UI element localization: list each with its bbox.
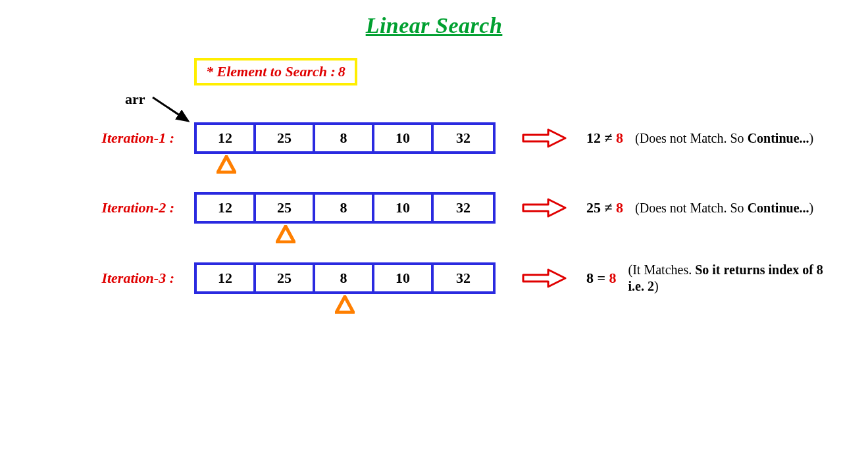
arrow-right-icon (522, 128, 568, 148)
iteration-label: Iteration-3 : (26, 270, 194, 287)
arrow-down-right-icon (150, 95, 196, 126)
array-cell: 25 (256, 125, 315, 151)
array-cell: 32 (434, 265, 493, 291)
comparison: 25 ≠ 8 (586, 199, 623, 216)
array-cell: 25 (256, 195, 315, 221)
compare-left: 25 (586, 199, 601, 216)
compare-op: ≠ (601, 130, 616, 146)
array: 122581032 (194, 192, 496, 224)
array-wrap: 122581032 (194, 122, 496, 154)
note-bold: Continue... (748, 201, 809, 215)
iteration-note: (Does not Match. So Continue...) (635, 200, 813, 216)
compare-right: 8 (616, 130, 623, 146)
array: 122581032 (194, 122, 496, 154)
array-cell: 8 (315, 265, 374, 291)
compare-right: 8 (616, 199, 623, 216)
iteration-row: Iteration-1 :12258103212 ≠ 8(Does not Ma… (26, 122, 842, 154)
array-cell: 25 (256, 265, 315, 291)
array-cell: 10 (374, 125, 434, 151)
page-title: Linear Search (26, 13, 842, 38)
array-cell: 12 (197, 125, 256, 151)
note-pre: (Does not Match. So (635, 131, 748, 145)
iteration-note: (Does not Match. So Continue...) (635, 130, 813, 147)
iteration-row: Iteration-2 :12258103225 ≠ 8(Does not Ma… (26, 192, 842, 224)
compare-op: ≠ (601, 199, 616, 216)
search-value: 8 (338, 63, 345, 80)
note-pre: (Does not Match. So (635, 201, 748, 215)
note-post: ) (809, 201, 814, 215)
array-cell: 32 (434, 195, 493, 221)
array: 122581032 (194, 262, 496, 294)
array-cell: 8 (315, 195, 374, 221)
search-label: * Element to Search : (206, 63, 336, 80)
array-wrap: 122581032 (194, 262, 496, 294)
arrow-right-icon (522, 268, 568, 288)
arr-label-area: arr (125, 91, 842, 122)
comparison: 12 ≠ 8 (586, 130, 623, 147)
array-cell: 10 (374, 195, 434, 221)
compare-left: 12 (586, 130, 601, 146)
arrow-right-icon (522, 198, 568, 218)
compare-op: = (594, 270, 609, 286)
note-pre: (It Matches. (628, 262, 696, 277)
svg-line-0 (153, 97, 188, 121)
note-post: ) (654, 279, 659, 293)
compare-left: 8 (586, 270, 594, 286)
array-cell: 32 (434, 125, 493, 151)
compare-right: 8 (609, 270, 617, 286)
array-wrap: 122581032 (194, 192, 496, 224)
array-cell: 12 (197, 265, 256, 291)
iteration-note: (It Matches. So it returns index of 8 i.… (628, 262, 842, 295)
iteration-row: Iteration-3 :1225810328 = 8(It Matches. … (26, 262, 842, 295)
note-post: ) (809, 131, 814, 145)
pointer-triangle-icon (276, 225, 295, 243)
arr-label: arr (125, 91, 145, 108)
pointer-triangle-icon (217, 155, 236, 174)
comparison: 8 = 8 (586, 270, 617, 287)
pointer-triangle-icon (335, 295, 355, 314)
iteration-label: Iteration-1 : (26, 130, 194, 147)
array-cell: 10 (374, 265, 434, 291)
search-target-box: * Element to Search : 8 (194, 58, 357, 85)
iteration-label: Iteration-2 : (26, 199, 194, 216)
array-cell: 12 (197, 195, 256, 221)
note-bold: Continue... (748, 131, 809, 145)
array-cell: 8 (315, 125, 374, 151)
